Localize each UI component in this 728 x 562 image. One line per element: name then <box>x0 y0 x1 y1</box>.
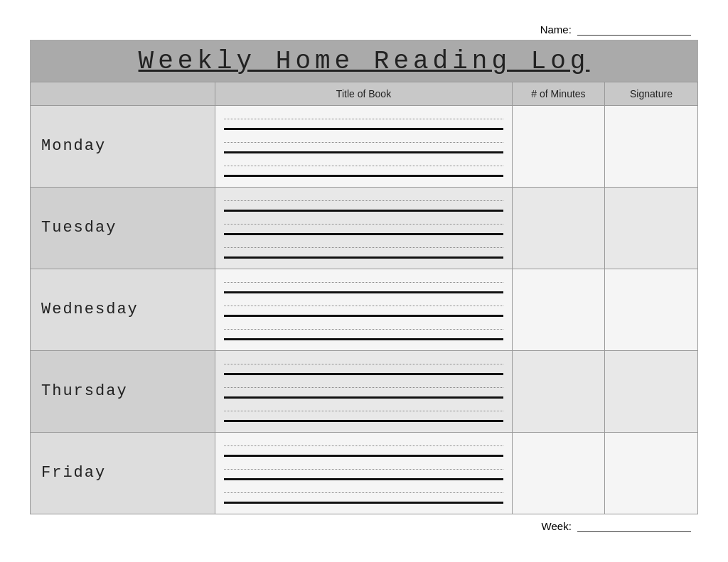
name-underline <box>577 35 691 36</box>
minutes-friday[interactable] <box>513 433 605 514</box>
day-name: Friday <box>41 464 106 482</box>
week-label: Week: <box>542 520 572 532</box>
day-label-tuesday: Tuesday <box>31 188 215 269</box>
writing-area-thursday[interactable] <box>215 351 513 432</box>
minutes-tuesday[interactable] <box>513 188 605 269</box>
table-row: Monday <box>30 106 698 188</box>
header-row: Title of Book # of Minutes Signature <box>30 82 698 106</box>
minutes-monday[interactable] <box>513 106 605 187</box>
col-minutes: # of Minutes <box>513 82 605 105</box>
day-name: Thursday <box>41 382 128 400</box>
writing-area-wednesday[interactable] <box>215 269 513 350</box>
page: Name: Weekly Home Reading Log Title of B… <box>16 16 712 546</box>
name-label: Name: <box>540 23 572 36</box>
day-name: Wednesday <box>41 301 139 318</box>
writing-area-monday[interactable] <box>215 106 513 187</box>
day-label-friday: Friday <box>31 433 215 514</box>
table-row: Friday <box>30 433 698 514</box>
writing-area-tuesday[interactable] <box>215 188 513 269</box>
name-line: Name: <box>30 23 698 36</box>
writing-area-friday[interactable] <box>215 433 513 514</box>
minutes-wednesday[interactable] <box>513 269 605 350</box>
day-name: Monday <box>41 137 106 155</box>
signature-friday[interactable] <box>605 433 697 514</box>
table-row: Wednesday <box>30 269 698 351</box>
col-signature: Signature <box>605 82 697 105</box>
page-title: Weekly Home Reading Log <box>30 47 698 76</box>
table-row: Thursday <box>30 351 698 433</box>
week-line: Week: <box>30 520 698 532</box>
title-bar: Weekly Home Reading Log <box>30 40 698 82</box>
col-day <box>31 82 215 105</box>
signature-thursday[interactable] <box>605 351 697 432</box>
day-label-wednesday: Wednesday <box>31 269 215 350</box>
log-table: Title of Book # of Minutes Signature Mon… <box>30 82 698 514</box>
week-underline <box>577 531 691 532</box>
day-label-thursday: Thursday <box>31 351 215 432</box>
signature-tuesday[interactable] <box>605 188 697 269</box>
day-name: Tuesday <box>41 219 117 237</box>
signature-monday[interactable] <box>605 106 697 187</box>
table-row: Tuesday <box>30 188 698 269</box>
signature-wednesday[interactable] <box>605 269 697 350</box>
minutes-thursday[interactable] <box>513 351 605 432</box>
day-label-monday: Monday <box>31 106 215 187</box>
col-title: Title of Book <box>215 82 513 105</box>
